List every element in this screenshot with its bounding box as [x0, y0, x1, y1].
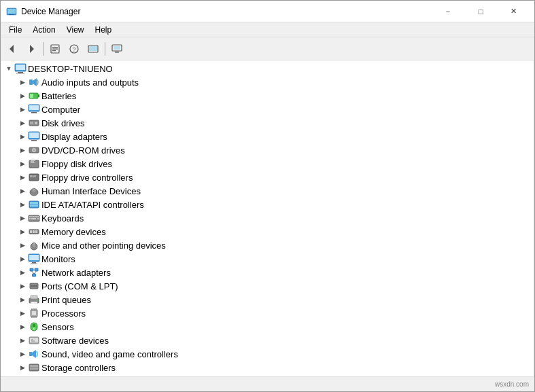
- tree-item-audio[interactable]: ▶ Audio inputs and outputs: [1, 75, 534, 89]
- memory-label: Memory devices: [41, 227, 106, 237]
- menu-file[interactable]: File: [3, 22, 27, 37]
- dvd-label: DVD/CD-ROM drives: [41, 145, 125, 156]
- monitors-expand-icon[interactable]: ▶: [17, 253, 28, 264]
- keyboards-expand-icon[interactable]: ▶: [17, 213, 28, 224]
- svg-rect-48: [30, 204, 38, 207]
- sound-icon: [28, 348, 40, 360]
- svg-text:?: ?: [72, 46, 75, 53]
- display-adapters-label: Display adapters: [41, 132, 107, 142]
- close-button[interactable]: ✕: [498, 1, 529, 22]
- svg-rect-62: [37, 229, 37, 230]
- svg-rect-26: [29, 105, 39, 110]
- computer-expand-icon[interactable]: ▶: [17, 104, 28, 115]
- tree-item-processors[interactable]: ▶ Processors: [1, 306, 534, 320]
- tree-item-memory[interactable]: ▶: [1, 225, 534, 238]
- tree-item-disk-drives[interactable]: ▶ Disk drives: [1, 116, 534, 130]
- tree-item-sound[interactable]: ▶ Sound, video and game controllers: [1, 347, 534, 361]
- svg-rect-23: [38, 94, 39, 97]
- svg-rect-32: [29, 132, 39, 138]
- mice-expand-icon[interactable]: ▶: [17, 240, 28, 251]
- svg-rect-55: [29, 218, 31, 219]
- floppy-ctrl-icon: [28, 171, 40, 183]
- display-expand-icon[interactable]: ▶: [17, 131, 28, 142]
- ide-icon: [28, 198, 40, 211]
- window-icon: [6, 6, 17, 17]
- tree-item-ports[interactable]: ▶ Ports (COM & LPT): [1, 279, 534, 293]
- svg-rect-57: [37, 218, 39, 219]
- tree-item-computer[interactable]: ▶ Computer: [1, 103, 534, 116]
- title-bar: Device Manager − □ ✕: [1, 1, 534, 22]
- tree-item-floppy-ctrl[interactable]: ▶ Floppy drive controllers: [1, 171, 534, 184]
- monitors-label: Monitors: [41, 254, 75, 264]
- monitors-icon: [28, 253, 40, 265]
- tree-item-software[interactable]: ▶ Software devices: [1, 334, 534, 347]
- menu-help[interactable]: Help: [90, 22, 118, 37]
- ide-expand-icon[interactable]: ▶: [17, 199, 28, 210]
- minimize-button[interactable]: −: [432, 1, 464, 22]
- tree-item-print[interactable]: ▶ Print queues: [1, 293, 534, 306]
- forward-button[interactable]: [22, 40, 40, 58]
- back-button[interactable]: [3, 40, 21, 58]
- svg-marker-106: [32, 350, 36, 358]
- tree-item-ide[interactable]: ▶ IDE ATA/ATAPI controllers: [1, 198, 534, 211]
- svg-point-36: [33, 149, 35, 151]
- tree-item-batteries[interactable]: ▶ Batteries: [1, 89, 534, 103]
- properties-button[interactable]: [46, 40, 64, 58]
- storage-icon: [28, 361, 40, 374]
- menu-action[interactable]: Action: [27, 22, 61, 37]
- svg-rect-88: [31, 302, 37, 304]
- show-devices-button[interactable]: [108, 40, 126, 58]
- tree-item-dvd[interactable]: ▶ DVD/CD-ROM drives: [1, 143, 534, 157]
- content-area: ▼ DESKTOP-TNIUENO ▶: [1, 60, 534, 376]
- tree-item-floppy-disk[interactable]: ▶ Floppy disk drives: [1, 157, 534, 171]
- window-controls: − □ ✕: [432, 1, 529, 22]
- help-button[interactable]: ?: [65, 40, 83, 58]
- floppy-ctrl-expand-icon[interactable]: ▶: [17, 172, 28, 183]
- svg-rect-100: [33, 324, 35, 327]
- software-expand-icon[interactable]: ▶: [17, 335, 28, 346]
- network-icon: [28, 266, 40, 279]
- memory-icon: [28, 226, 40, 238]
- processors-expand-icon[interactable]: ▶: [17, 308, 28, 319]
- tree-item-sensors[interactable]: ▶ Sensors: [1, 320, 534, 334]
- batteries-label: Batteries: [41, 91, 76, 101]
- floppy-disk-expand-icon[interactable]: ▶: [17, 158, 28, 169]
- svg-rect-7: [52, 48, 58, 49]
- disk-expand-icon[interactable]: ▶: [17, 118, 28, 128]
- svg-point-85: [35, 285, 37, 287]
- batteries-expand-icon[interactable]: ▶: [17, 90, 28, 101]
- tree-item-monitors[interactable]: ▶ Monitors: [1, 252, 534, 266]
- svg-rect-64: [33, 233, 33, 234]
- ports-expand-icon[interactable]: ▶: [17, 281, 28, 291]
- tree-item-storage[interactable]: ▶ Storage controllers: [1, 361, 534, 374]
- audio-expand-icon[interactable]: ▶: [17, 77, 28, 88]
- maximize-button[interactable]: □: [465, 1, 496, 22]
- network-expand-icon[interactable]: ▶: [17, 267, 28, 278]
- dvd-expand-icon[interactable]: ▶: [17, 145, 28, 156]
- svg-rect-20: [29, 79, 33, 85]
- tree-item-network[interactable]: ▶ Network adapters: [1, 266, 534, 279]
- tree-root[interactable]: ▼ DESKTOP-TNIUENO: [1, 62, 534, 75]
- svg-point-84: [33, 285, 35, 287]
- tree-item-hid[interactable]: ▶ Human Interface Devices: [1, 184, 534, 198]
- svg-rect-8: [52, 50, 56, 51]
- audio-label: Audio inputs and outputs: [41, 77, 139, 88]
- ports-icon: [28, 280, 40, 292]
- tree-item-keyboards[interactable]: ▶ Keyboards: [1, 211, 534, 225]
- device-tree[interactable]: ▼ DESKTOP-TNIUENO ▶: [1, 60, 534, 376]
- tree-item-display[interactable]: ▶ Display adapters: [1, 130, 534, 143]
- print-expand-icon[interactable]: ▶: [17, 294, 28, 305]
- svg-marker-3: [10, 45, 14, 53]
- svg-rect-15: [115, 52, 119, 53]
- root-expand-icon[interactable]: ▼: [3, 63, 14, 74]
- sound-expand-icon[interactable]: ▶: [17, 349, 28, 359]
- tree-item-mice[interactable]: ▶ Mice and other pointing devices: [1, 238, 534, 252]
- menu-view[interactable]: View: [61, 22, 90, 37]
- svg-rect-68: [33, 230, 35, 233]
- sensors-expand-icon[interactable]: ▶: [17, 321, 28, 332]
- hid-expand-icon[interactable]: ▶: [17, 185, 28, 196]
- storage-expand-icon[interactable]: ▶: [17, 362, 28, 373]
- update-button[interactable]: [84, 40, 102, 58]
- svg-rect-53: [35, 216, 37, 217]
- memory-expand-icon[interactable]: ▶: [17, 226, 28, 237]
